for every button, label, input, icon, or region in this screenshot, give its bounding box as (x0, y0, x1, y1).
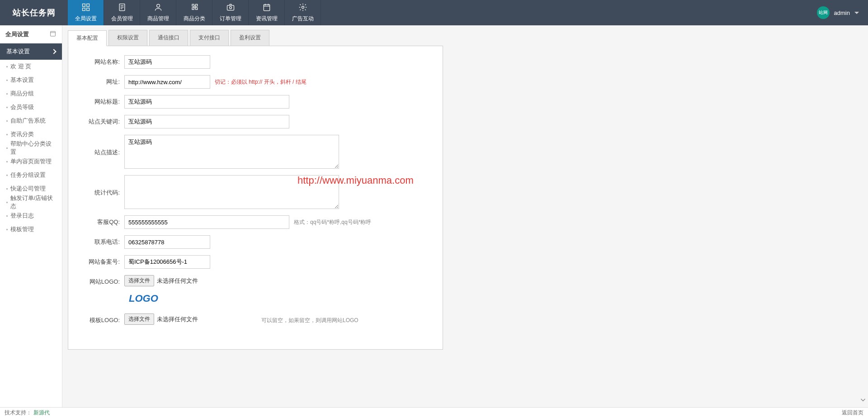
tab-basic-config[interactable]: 基本配置 (68, 30, 107, 46)
brand-logo: 站长任务网 (0, 0, 68, 25)
topnav-label: 资讯管理 (256, 15, 278, 23)
top-nav: 全局设置 会员管理 商品管理 商品分类 订单管理 资讯管理 广告互动 (68, 0, 321, 25)
tab-profit[interactable]: 盈利设置 (231, 30, 269, 46)
side-member-level[interactable]: 会员等级 (0, 100, 62, 114)
svg-rect-1 (86, 4, 89, 7)
site-logo-choose-file[interactable]: 选择文件 (124, 275, 154, 286)
site-name-label: 网站名称: (79, 55, 120, 66)
topnav-global-settings[interactable]: 全局设置 (68, 0, 104, 25)
topnav-label: 订单管理 (220, 15, 241, 23)
stats-code-textarea[interactable] (124, 175, 339, 209)
qq-hint: 格式：qq号码*称呼,qq号码*称呼 (294, 215, 371, 226)
svg-rect-3 (86, 8, 89, 11)
description-textarea[interactable] (124, 135, 339, 169)
template-logo-file-status: 未选择任何文件 (157, 315, 198, 323)
tab-comm-interface[interactable]: 通信接口 (149, 30, 188, 46)
topnav-order-mgmt[interactable]: 订单管理 (212, 0, 249, 25)
svg-point-15 (302, 6, 304, 9)
svg-rect-0 (82, 4, 85, 7)
topbar: 站长任务网 全局设置 会员管理 商品管理 商品分类 订单管理 资讯管理 广告互动 (0, 0, 868, 25)
side-express-company[interactable]: 快递公司管理 (0, 182, 62, 195)
side-single-page[interactable]: 单内容页面管理 (0, 155, 62, 168)
file-icon (118, 3, 127, 13)
side-trigger-order[interactable]: 触发订单/店铺状态 (0, 195, 62, 209)
qq-label: 客服QQ: (79, 215, 120, 226)
side-basic-settings[interactable]: 基本设置 (0, 73, 62, 87)
sidebar: 全局设置 基本设置 欢 迎 页 基本设置 商品分组 会员等级 自助广告系统 资讯… (0, 25, 62, 407)
side-ad-system[interactable]: 自助广告系统 (0, 114, 62, 128)
title-input[interactable] (124, 95, 289, 109)
site-logo-label: 网站LOGO: (79, 275, 120, 286)
logo-preview: LOGO (129, 293, 432, 304)
form-panel: 网站名称: 网址: 切记：必须以 http:// 开头，斜杆 / 结尾 网站标题… (68, 46, 443, 350)
svg-rect-9 (227, 5, 234, 10)
side-task-group[interactable]: 任务分组设置 (0, 168, 62, 182)
content-tabs: 基本配置 权限设置 通信接口 支付接口 盈利设置 (68, 30, 863, 46)
grid-icon (81, 3, 90, 13)
template-logo-label: 模板LOGO: (79, 314, 120, 324)
side-login-log[interactable]: 登录日志 (0, 209, 62, 223)
url-hint: 切记：必须以 http:// 开头，斜杆 / 结尾 (215, 75, 307, 86)
svg-point-8 (156, 4, 160, 7)
side-product-group[interactable]: 商品分组 (0, 87, 62, 100)
side-template-mgmt[interactable]: 模板管理 (0, 223, 62, 236)
gear-icon (298, 3, 307, 13)
footer-support-label: 技术支持： (5, 409, 32, 417)
sidebar-section-basic[interactable]: 基本设置 (0, 43, 62, 60)
site-logo-file-status: 未选择任何文件 (157, 277, 198, 285)
chevron-right-icon (51, 49, 56, 54)
topbar-user-area[interactable]: 站网 admin (817, 0, 868, 25)
side-news-category[interactable]: 资讯分类 (0, 128, 62, 141)
title-label: 网站标题: (79, 95, 120, 106)
scroll-down-icon[interactable] (859, 396, 867, 405)
topnav-news-mgmt[interactable]: 资讯管理 (249, 0, 285, 25)
avatar: 站网 (817, 6, 830, 19)
calendar-small-icon[interactable] (49, 30, 57, 38)
keywords-input[interactable] (124, 115, 289, 128)
side-help-category[interactable]: 帮助中心分类设置 (0, 141, 62, 155)
topnav-ad-interaction[interactable]: 广告互动 (285, 0, 321, 25)
topnav-product-mgmt[interactable]: 商品管理 (140, 0, 176, 25)
qq-input[interactable] (124, 215, 289, 229)
username: admin (834, 10, 850, 16)
template-logo-choose-file[interactable]: 选择文件 (124, 314, 154, 325)
topnav-label: 会员管理 (111, 15, 133, 23)
content-area: 基本配置 权限设置 通信接口 支付接口 盈利设置 网站名称: 网址: 切记：必须… (62, 25, 868, 407)
tab-permission[interactable]: 权限设置 (108, 30, 147, 46)
topnav-label: 商品管理 (147, 15, 169, 23)
svg-rect-16 (51, 31, 56, 36)
keywords-label: 站点关键词: (79, 115, 120, 126)
svg-rect-11 (264, 5, 269, 10)
icp-input[interactable] (124, 255, 210, 269)
url-input[interactable] (124, 75, 210, 89)
description-label: 站点描述: (79, 135, 120, 157)
camera-icon (226, 3, 235, 13)
side-welcome[interactable]: 欢 迎 页 (0, 60, 62, 73)
svg-rect-2 (82, 8, 85, 11)
footer-back-home[interactable]: 返回首页 (842, 409, 863, 417)
phone-label: 联系电话: (79, 235, 120, 246)
url-label: 网址: (79, 75, 120, 86)
svg-point-10 (229, 6, 231, 9)
calendar-icon (262, 3, 271, 13)
user-icon (154, 3, 163, 13)
footer-support-link[interactable]: 新源代 (33, 409, 50, 417)
sidebar-title: 全局设置 (0, 25, 62, 43)
topnav-label: 广告互动 (292, 15, 314, 23)
site-name-input[interactable] (124, 55, 210, 69)
topnav-label: 全局设置 (75, 15, 97, 23)
topnav-product-category[interactable]: 商品分类 (176, 0, 212, 25)
icp-label: 网站备案号: (79, 255, 120, 266)
template-logo-hint: 可以留空，如果留空，则调用网站LOGO (261, 314, 359, 324)
chevron-down-icon (854, 12, 859, 14)
stats-code-label: 统计代码: (79, 175, 120, 197)
puzzle-icon (190, 3, 199, 13)
footer: 技术支持： 新源代 返回首页 (0, 407, 868, 418)
tab-payment[interactable]: 支付接口 (190, 30, 229, 46)
topnav-member-mgmt[interactable]: 会员管理 (104, 0, 140, 25)
phone-input[interactable] (124, 235, 210, 249)
topnav-label: 商品分类 (184, 15, 205, 23)
